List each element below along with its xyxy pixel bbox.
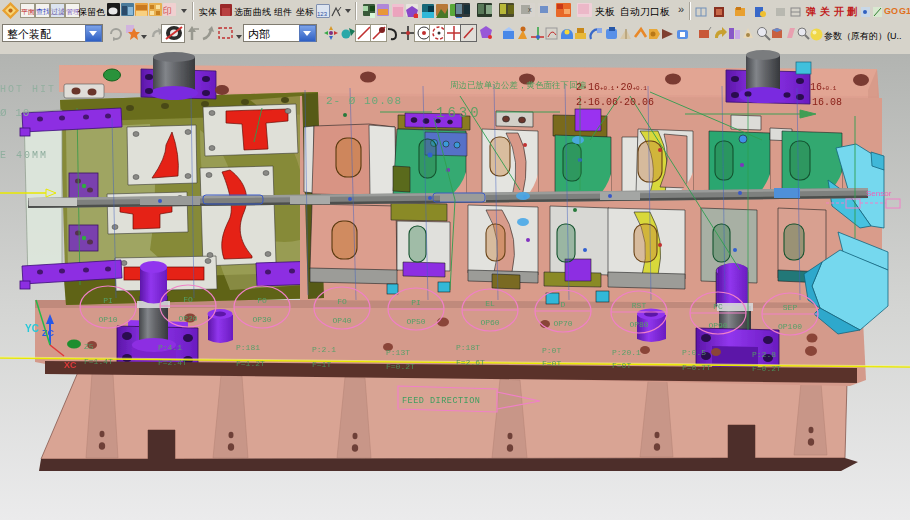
svg-text:P:2.8: P:2.8 (752, 350, 776, 359)
svg-text:平面: 平面 (21, 8, 34, 16)
svg-text:OP70: OP70 (553, 319, 572, 328)
svg-text:F=0.2T: F=0.2T (752, 364, 781, 373)
svg-text:SEP: SEP (783, 303, 798, 312)
svg-text:1630: 1630 (436, 105, 482, 121)
svg-text:D: D (561, 300, 566, 309)
svg-text:YC: YC (25, 323, 39, 334)
svg-text:2- Ø 10.08: 2- Ø 10.08 (326, 95, 402, 107)
svg-text:PI: PI (103, 296, 113, 305)
svg-text:ZC: ZC (42, 328, 54, 338)
svg-text:Sensor: Sensor (866, 189, 892, 198)
svg-text:F=0T: F=0T (542, 359, 561, 368)
svg-text:OP80: OP80 (629, 320, 648, 329)
svg-text:FO: FO (337, 297, 347, 306)
svg-text:2·16.06·20.06: 2·16.06·20.06 (576, 97, 654, 108)
svg-text:Ø 10: Ø 10 (0, 107, 30, 119)
svg-text:P:20.1: P:20.1 (612, 348, 641, 357)
svg-text:123: 123 (317, 11, 328, 17)
svg-text:EL: EL (485, 299, 495, 308)
svg-text:XC: XC (64, 360, 77, 370)
svg-text:Z5: Z5 (84, 342, 94, 351)
svg-text:16.08: 16.08 (812, 97, 842, 108)
svg-text:印: 印 (163, 6, 172, 16)
svg-text:F=1.4T: F=1.4T (84, 357, 113, 366)
svg-text:OP100: OP100 (778, 322, 802, 331)
svg-text:FO: FO (257, 296, 267, 305)
svg-text:F=0.7T: F=0.7T (682, 363, 711, 372)
svg-text:F=2.6T: F=2.6T (456, 358, 485, 367)
svg-text:RST: RST (632, 301, 647, 310)
svg-text:周边已放单边公差，黄色面往下回偏: 周边已放单边公差，黄色面往下回偏 (450, 80, 586, 91)
svg-text:OP30: OP30 (252, 315, 271, 324)
svg-text:FEED DIRECTION: FEED DIRECTION (402, 396, 480, 406)
svg-text:OP50: OP50 (406, 317, 425, 326)
svg-text:OP90: OP90 (708, 321, 727, 330)
svg-text:F=1T: F=1T (312, 360, 331, 369)
svg-text:OP10: OP10 (98, 315, 117, 324)
svg-text:P:18T: P:18T (456, 343, 480, 352)
svg-text:FO: FO (183, 295, 193, 304)
svg-text:F=0T: F=0T (612, 361, 631, 370)
svg-text:查找: 查找 (36, 8, 49, 15)
svg-text:PC: PC (713, 302, 723, 311)
svg-text:OP60: OP60 (480, 318, 499, 327)
svg-text:P:2.1: P:2.1 (312, 345, 336, 354)
svg-text:P:0.5: P:0.5 (682, 348, 706, 357)
svg-text:F=1.2T: F=1.2T (236, 359, 265, 368)
svg-text:HOT HIT: HOT HIT (0, 84, 56, 95)
svg-text:F=2.4T: F=2.4T (158, 358, 187, 367)
svg-text:P:4.1: P:4.1 (158, 343, 182, 352)
svg-text:过滤: 过滤 (51, 8, 64, 16)
svg-text:PI: PI (411, 298, 421, 307)
svg-text:F=0.2T: F=0.2T (386, 362, 415, 371)
svg-text:x: x (528, 6, 532, 13)
svg-text:OP20: OP20 (178, 314, 197, 323)
svg-text:OP40: OP40 (332, 316, 351, 325)
svg-text:P:181: P:181 (236, 343, 260, 352)
svg-text:P:0T: P:0T (542, 346, 561, 355)
svg-text:P:13T: P:13T (386, 348, 410, 357)
svg-text:E 40MM: E 40MM (0, 150, 48, 161)
